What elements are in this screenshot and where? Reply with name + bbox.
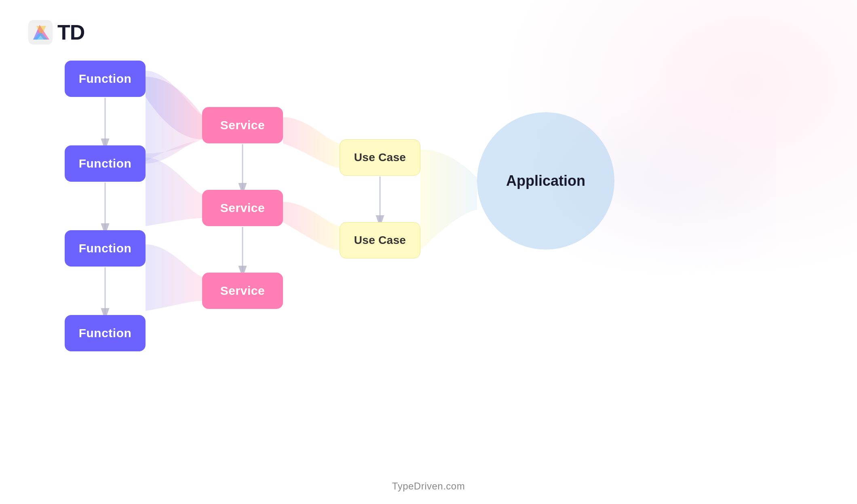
- application-circle: Application: [477, 112, 614, 250]
- function-box-2: Function: [65, 145, 146, 182]
- service-box-2: Service: [202, 190, 283, 226]
- logo: TD: [28, 20, 84, 44]
- function-box-3: Function: [65, 230, 146, 267]
- connectors-svg: [65, 52, 792, 436]
- service-box-3: Service: [202, 273, 283, 309]
- usecase-box-1: Use Case: [340, 139, 420, 176]
- usecase-box-2: Use Case: [340, 222, 420, 258]
- function-box-1: Function: [65, 61, 146, 97]
- logo-text: TD: [57, 20, 84, 44]
- logo-icon: [28, 20, 53, 44]
- diagram: Function Function Function Function Serv…: [65, 52, 792, 436]
- footer: TypeDriven.com: [392, 481, 465, 492]
- function-box-4: Function: [65, 315, 146, 351]
- service-box-1: Service: [202, 107, 283, 143]
